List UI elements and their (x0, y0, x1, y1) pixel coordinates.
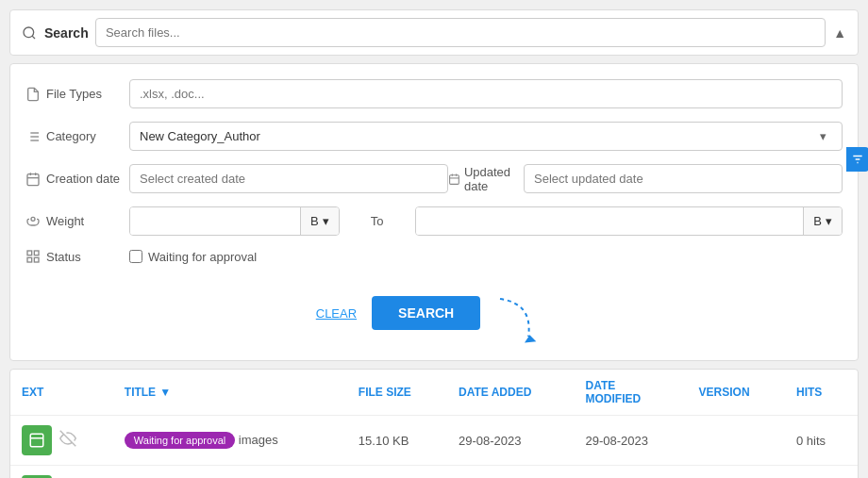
category-input-wrap: New Category_Author ▾ (129, 122, 843, 151)
cell-datemodified: 29-08-2023 (574, 466, 687, 479)
category-row: Category New Category_Author ▾ (25, 122, 843, 151)
weight-from-input[interactable] (130, 207, 300, 235)
file-types-input-wrap (129, 79, 843, 108)
creation-date-input[interactable] (129, 164, 448, 193)
svg-rect-21 (34, 251, 39, 255)
cell-ext (10, 466, 113, 479)
clear-button[interactable]: CLEAR (316, 306, 357, 321)
cell-hits: 0 hits (785, 416, 858, 466)
cell-badge-title: Waiting for approval images (113, 416, 347, 466)
weight-label: Weight (25, 214, 129, 229)
table-row: Waiting for approval images15.10 KB29-08… (10, 416, 858, 466)
table-body: Waiting for approval images15.10 KB29-08… (10, 416, 858, 479)
file-types-row: File Types (25, 79, 843, 108)
creation-date-label: Creation date (25, 172, 129, 187)
title-text: images (239, 433, 278, 447)
filter-panel: File Types Category New Category_Author … (9, 63, 859, 361)
creation-date-input-wrap (129, 164, 448, 193)
cell-version (688, 416, 786, 466)
svg-rect-20 (27, 251, 32, 255)
cell-filesize: 15.10 KB (347, 416, 447, 466)
svg-rect-15 (450, 174, 459, 184)
col-header-dateadded: DATE ADDED (447, 370, 574, 416)
file-types-input[interactable] (129, 79, 843, 108)
table-header-row: EXT TITLE ▼ FILE SIZE DATE ADDED DATEMOD… (10, 370, 858, 416)
file-types-text: File Types (46, 87, 102, 101)
waiting-approval-checkbox-label[interactable]: Waiting for approval (129, 250, 257, 264)
search-button[interactable]: SEARCH (372, 296, 480, 330)
status-badge: Waiting for approval (125, 432, 235, 449)
date-row: Creation date Updated date (25, 164, 843, 193)
category-label: Category (25, 129, 129, 144)
updated-date-input-wrap (524, 164, 843, 193)
top-search-input[interactable] (95, 18, 826, 47)
svg-rect-22 (34, 257, 39, 262)
weight-to-input[interactable] (416, 207, 804, 235)
col-header-version: VERSION (688, 370, 786, 416)
svg-point-0 (24, 27, 34, 38)
weight-text: Weight (46, 214, 84, 228)
top-search-bar: Search ▲ (9, 9, 859, 56)
weight-row: Weight B ▾ To B ▾ (25, 206, 843, 236)
svg-rect-23 (27, 257, 32, 262)
status-label: Status (25, 249, 129, 264)
cell-hits: 1 hits (785, 466, 858, 479)
cell-badge-title: bear (113, 466, 347, 479)
svg-marker-24 (523, 334, 536, 346)
col-header-hits: HITS (785, 370, 858, 416)
file-icon (22, 425, 52, 455)
cell-filesize: 7.20 KB (347, 466, 447, 479)
waiting-approval-checkbox[interactable] (129, 250, 142, 263)
table-row: bear7.20 KB29-08-202329-08-20231 hits (10, 466, 858, 479)
eye-slash-icon (59, 430, 76, 452)
title-sort-icon: ▼ (159, 386, 171, 399)
file-types-label: File Types (25, 87, 129, 102)
cell-version (688, 466, 786, 479)
updated-date-label: Updated date (448, 165, 524, 193)
waiting-approval-text: Waiting for approval (148, 250, 257, 264)
col-header-ext: EXT (10, 370, 113, 416)
top-search-label: Search (44, 25, 89, 41)
updated-date-text: Updated date (464, 165, 524, 193)
search-icon (22, 25, 37, 41)
weight-to-group: B ▾ (415, 206, 843, 236)
cell-dateadded: 29-08-2023 (447, 416, 574, 466)
svg-line-1 (32, 36, 35, 39)
updated-date-input[interactable] (524, 164, 843, 193)
weight-from-unit[interactable]: B ▾ (300, 207, 339, 235)
svg-rect-25 (30, 434, 43, 447)
results-table: EXT TITLE ▼ FILE SIZE DATE ADDED DATEMOD… (10, 370, 858, 478)
category-text: Category (46, 129, 96, 143)
svg-point-19 (31, 217, 35, 221)
status-row: Status Waiting for approval (25, 249, 843, 264)
creation-date-text: Creation date (46, 172, 120, 186)
weight-to-label: To (340, 214, 415, 228)
action-row: CLEAR SEARCH (25, 277, 843, 345)
top-search-dropdown-arrow[interactable]: ▲ (833, 25, 846, 41)
filter-side-icon (846, 147, 868, 172)
category-value: New Category_Author (130, 123, 811, 150)
col-header-datemodified: DATEMODIFIED (574, 370, 687, 416)
category-dropdown-arrow[interactable]: ▾ (811, 129, 842, 143)
cell-datemodified: 29-08-2023 (574, 416, 687, 466)
col-header-title[interactable]: TITLE ▼ (113, 370, 347, 416)
weight-to-unit[interactable]: B ▾ (803, 207, 842, 235)
category-select-wrap[interactable]: New Category_Author ▾ (129, 122, 843, 151)
weight-to-unit-arrow: ▾ (826, 214, 832, 228)
col-header-filesize: FILE SIZE (347, 370, 447, 416)
curved-arrow-decoration (495, 294, 552, 351)
status-text: Status (46, 250, 81, 264)
cell-dateadded: 29-08-2023 (447, 466, 574, 479)
results-panel: EXT TITLE ▼ FILE SIZE DATE ADDED DATEMOD… (9, 369, 859, 478)
weight-from-group: B ▾ (129, 206, 340, 236)
svg-rect-11 (27, 173, 39, 185)
weight-from-unit-arrow: ▾ (323, 214, 329, 228)
cell-ext (10, 416, 113, 466)
